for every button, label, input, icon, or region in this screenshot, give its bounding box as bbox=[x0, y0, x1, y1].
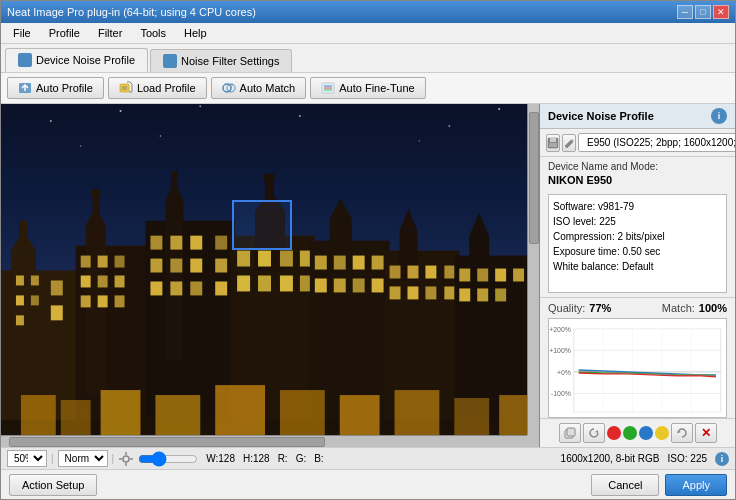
edit-profile-button[interactable] bbox=[562, 134, 576, 152]
mode-select[interactable]: Normal bbox=[58, 450, 108, 467]
profile-info-text: Software: v981-79 ISO level: 225 Compres… bbox=[553, 199, 722, 274]
save-profile-button[interactable] bbox=[546, 134, 560, 152]
svg-rect-51 bbox=[165, 201, 183, 360]
svg-point-20 bbox=[498, 108, 500, 110]
quality-label: Quality: bbox=[548, 302, 585, 314]
svg-rect-58 bbox=[150, 259, 162, 273]
chart-green-channel-button[interactable] bbox=[623, 426, 637, 440]
svg-rect-96 bbox=[444, 266, 455, 279]
svg-rect-110 bbox=[495, 288, 506, 301]
r-label: R: bbox=[278, 453, 288, 464]
load-profile-icon bbox=[119, 81, 133, 95]
chart-buttons: ✕ bbox=[540, 418, 735, 447]
minimize-button[interactable]: ─ bbox=[677, 5, 693, 19]
maximize-button[interactable]: □ bbox=[695, 5, 711, 19]
svg-rect-53 bbox=[171, 171, 177, 196]
svg-rect-123 bbox=[550, 138, 556, 142]
separator-1: | bbox=[51, 453, 54, 464]
apply-button[interactable]: Apply bbox=[665, 474, 727, 496]
svg-rect-107 bbox=[513, 269, 524, 282]
status-info-button[interactable]: i bbox=[715, 452, 729, 466]
svg-rect-47 bbox=[81, 295, 91, 307]
svg-rect-28 bbox=[19, 221, 27, 251]
menu-filter[interactable]: Filter bbox=[90, 25, 130, 41]
auto-match-icon bbox=[222, 81, 236, 95]
svg-rect-76 bbox=[258, 276, 271, 292]
svg-rect-98 bbox=[407, 286, 418, 299]
menu-help[interactable]: Help bbox=[176, 25, 215, 41]
night-scene-background bbox=[1, 104, 539, 447]
bottom-bar: Action Setup Cancel Apply bbox=[1, 469, 735, 499]
close-button[interactable]: ✕ bbox=[713, 5, 729, 19]
auto-profile-button[interactable]: Auto Profile bbox=[7, 77, 104, 99]
chart-delete-button[interactable]: ✕ bbox=[695, 423, 717, 443]
svg-rect-65 bbox=[215, 281, 227, 295]
panel-toolbar: E950 (ISO225; 2bpp; 1600x1200; WB Defa..… bbox=[540, 129, 735, 157]
h-scrollbar-thumb[interactable] bbox=[9, 437, 325, 447]
g-label: G: bbox=[296, 453, 307, 464]
settings-icon[interactable] bbox=[118, 451, 134, 467]
load-profile-button[interactable]: Load Profile bbox=[108, 77, 207, 99]
svg-rect-97 bbox=[390, 286, 401, 299]
tab-device-noise[interactable]: Device Noise Profile bbox=[5, 48, 148, 72]
chart-copy-button[interactable] bbox=[559, 423, 581, 443]
auto-match-button[interactable]: Auto Match bbox=[211, 77, 307, 99]
menu-profile[interactable]: Profile bbox=[41, 25, 88, 41]
auto-fine-tune-button[interactable]: Auto Fine-Tune bbox=[310, 77, 425, 99]
zoom-select[interactable]: 50% bbox=[7, 450, 47, 467]
svg-rect-72 bbox=[258, 251, 271, 267]
v-scrollbar-thumb[interactable] bbox=[529, 112, 539, 244]
svg-rect-106 bbox=[495, 269, 506, 282]
tab-bar: Device Noise Profile Noise Filter Settin… bbox=[1, 44, 735, 73]
device-name-value: NIKON E950 bbox=[540, 174, 735, 190]
svg-rect-61 bbox=[215, 259, 227, 273]
horizontal-scrollbar[interactable] bbox=[1, 435, 527, 447]
svg-point-144 bbox=[123, 456, 129, 462]
scene-svg bbox=[1, 104, 539, 447]
tab-noise-filter[interactable]: Noise Filter Settings bbox=[150, 49, 292, 72]
menu-bar: File Profile Filter Tools Help bbox=[1, 23, 735, 44]
svg-rect-48 bbox=[98, 295, 108, 307]
b-label: B: bbox=[314, 453, 323, 464]
svg-rect-108 bbox=[459, 288, 470, 301]
svg-rect-82 bbox=[315, 256, 327, 270]
chart-luminance-channel-button[interactable] bbox=[655, 426, 669, 440]
match-label: Match: bbox=[662, 302, 695, 314]
zoom-slider[interactable] bbox=[138, 453, 198, 465]
status-bar: 50% | Normal | W:128 H:128 R: G: B: 1 bbox=[1, 447, 735, 469]
menu-tools[interactable]: Tools bbox=[132, 25, 174, 41]
svg-rect-99 bbox=[425, 286, 436, 299]
svg-rect-57 bbox=[215, 236, 227, 250]
svg-rect-56 bbox=[190, 236, 202, 250]
svg-point-15 bbox=[120, 110, 122, 112]
action-setup-button[interactable]: Action Setup bbox=[9, 474, 97, 496]
svg-text:+200%: +200% bbox=[549, 326, 571, 333]
tab-device-label: Device Noise Profile bbox=[36, 54, 135, 66]
noise-chart: +200% +100% +0% -100% bbox=[549, 319, 726, 417]
menu-file[interactable]: File bbox=[5, 25, 39, 41]
svg-rect-30 bbox=[31, 276, 39, 286]
chart-undo-button[interactable] bbox=[671, 423, 693, 443]
svg-rect-89 bbox=[372, 278, 384, 292]
image-panel[interactable] bbox=[1, 104, 540, 447]
chart-red-channel-button[interactable] bbox=[607, 426, 621, 440]
title-bar-buttons: ─ □ ✕ bbox=[677, 5, 729, 19]
info-button[interactable]: i bbox=[711, 108, 727, 124]
svg-rect-141 bbox=[567, 428, 575, 436]
svg-rect-64 bbox=[190, 281, 202, 295]
svg-rect-85 bbox=[372, 256, 384, 270]
svg-point-19 bbox=[448, 125, 450, 127]
copy-icon bbox=[564, 427, 576, 439]
svg-rect-45 bbox=[98, 276, 108, 288]
chart-reset-button[interactable] bbox=[583, 423, 605, 443]
cancel-button[interactable]: Cancel bbox=[591, 474, 659, 496]
chart-blue-channel-button[interactable] bbox=[639, 426, 653, 440]
svg-rect-124 bbox=[549, 143, 557, 147]
title-bar: Neat Image Pro plug-in (64-bit; using 4 … bbox=[1, 1, 735, 23]
svg-rect-59 bbox=[170, 259, 182, 273]
profile-dropdown[interactable]: E950 (ISO225; 2bpp; 1600x1200; WB Defa..… bbox=[578, 133, 735, 152]
svg-rect-42 bbox=[98, 256, 108, 268]
svg-rect-69 bbox=[265, 181, 274, 206]
chart-area: +200% +100% +0% -100% bbox=[548, 318, 727, 418]
vertical-scrollbar[interactable] bbox=[527, 104, 539, 435]
